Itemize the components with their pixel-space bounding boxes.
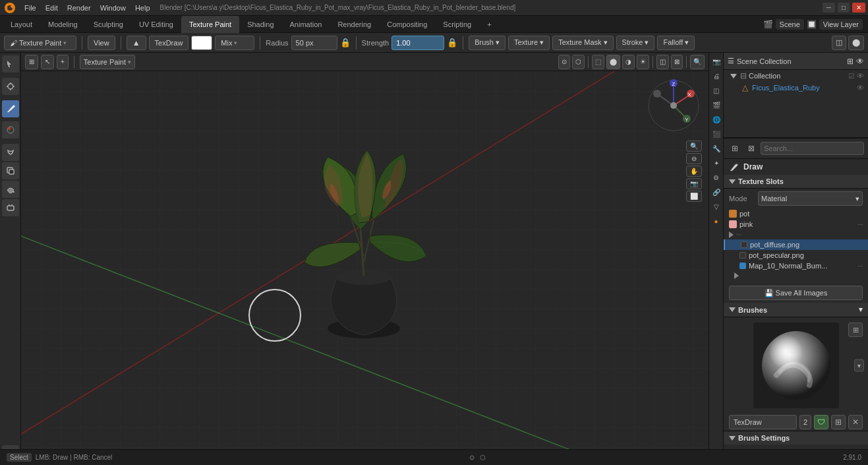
cursor-tool[interactable] xyxy=(2,78,19,95)
brush-settings-header[interactable]: Brush Settings xyxy=(724,431,868,445)
props-constraints-btn[interactable]: 🔗 xyxy=(710,186,722,198)
texture-paint-mode-btn[interactable]: Texture Paint ▾ xyxy=(80,55,135,69)
zoom-out-btn[interactable]: ⊖ xyxy=(686,153,702,164)
rendered-btn[interactable]: ☀ xyxy=(637,55,649,69)
collection-expand[interactable] xyxy=(730,72,737,80)
props-icon-1[interactable]: ⊞ xyxy=(728,141,742,156)
tab-uv-editing[interactable]: UV Editing xyxy=(131,16,181,33)
props-search-input[interactable] xyxy=(761,142,864,155)
material-preview-btn[interactable]: ◑ xyxy=(622,55,635,69)
toggle-camera-btn[interactable]: ⬜ xyxy=(686,191,702,202)
wireframe-btn[interactable]: ⬚ xyxy=(592,55,604,69)
scene-label[interactable]: Scene xyxy=(776,19,804,30)
sub-slot-normal[interactable]: Map_10_Normal_Bum... ··· xyxy=(724,261,868,271)
menu-window[interactable]: Window xyxy=(96,3,130,13)
props-output-btn[interactable]: 🖨 xyxy=(710,70,722,82)
brush-favorite-btn[interactable]: 🛡 xyxy=(814,415,828,429)
strength-input[interactable]: 1.00 xyxy=(391,36,444,50)
props-render-btn[interactable]: 📷 xyxy=(710,55,722,67)
collection-item[interactable]: ⊟ Collection ☑ 👁 xyxy=(724,70,868,82)
collection-eye-icon[interactable]: 👁 xyxy=(857,72,864,80)
props-modifier-btn[interactable]: 🔧 xyxy=(710,142,722,154)
viewport-add-btn[interactable]: + xyxy=(57,55,69,69)
color-tool[interactable] xyxy=(2,121,19,139)
props-object-btn[interactable]: ⬛ xyxy=(710,128,722,140)
view-layer-label[interactable]: View Layer xyxy=(819,19,863,30)
props-particles-btn[interactable]: ✦ xyxy=(710,157,722,169)
props-world-btn[interactable]: 🌐 xyxy=(710,113,722,125)
menu-render[interactable]: Render xyxy=(63,3,96,13)
menu-file[interactable]: File xyxy=(20,3,41,13)
blender-logo[interactable] xyxy=(3,1,17,15)
ficus-visible-icon[interactable]: 👁 xyxy=(857,84,864,92)
tab-modeling[interactable]: Modeling xyxy=(40,16,86,33)
mode-dropdown[interactable]: Material ▾ xyxy=(758,191,863,206)
tab-rendering[interactable]: Rendering xyxy=(330,16,379,33)
texture-mask-dropdown[interactable]: Texture Mask ▾ xyxy=(552,36,613,50)
menu-edit[interactable]: Edit xyxy=(41,3,63,13)
props-material-btn[interactable]: ● xyxy=(710,215,722,227)
brush-dropdown[interactable]: Brush ▾ xyxy=(469,36,506,50)
blend-mode-btn[interactable]: Mix ▾ xyxy=(215,36,254,50)
brush-scroll-btn[interactable]: ▾ xyxy=(854,359,864,372)
collection-hide-icon[interactable]: ☑ xyxy=(848,72,855,80)
sub-slot-diffuse[interactable]: pot_diffuse.png xyxy=(724,239,868,250)
pivot-point-btn[interactable]: ⊙ xyxy=(558,55,570,69)
overlays-toggle-btn[interactable]: ◫ xyxy=(656,55,669,69)
pan-btn[interactable]: ✋ xyxy=(686,166,702,177)
tab-add[interactable]: + xyxy=(479,16,499,33)
fill-tool[interactable] xyxy=(2,181,19,198)
clone-tool[interactable] xyxy=(2,162,19,179)
falloff-dropdown[interactable]: Falloff ▾ xyxy=(657,36,695,50)
save-all-btn[interactable]: 💾 Save All Images xyxy=(729,286,863,300)
brush-delete-btn[interactable]: ✕ xyxy=(848,415,863,429)
mode-selector[interactable]: 🖌 Texture Paint ▾ xyxy=(4,36,76,50)
brush-name-btn[interactable]: TexDraw xyxy=(149,36,189,50)
smear-tool[interactable] xyxy=(2,144,19,161)
sub-slots-expand[interactable]: ··· xyxy=(736,231,741,238)
brush-duplicate-btn[interactable]: ⊞ xyxy=(831,415,846,429)
xray-btn[interactable]: ⊠ xyxy=(671,55,683,69)
transform-orient-btn[interactable]: ⬡ xyxy=(572,55,585,69)
outliner-filter-icon[interactable]: ⊞ xyxy=(847,57,854,66)
tab-scripting[interactable]: Scripting xyxy=(435,16,479,33)
brush-expand-btn[interactable]: ⊞ xyxy=(848,323,863,337)
ficus-object-item[interactable]: △ Ficus_Elastica_Ruby 👁 xyxy=(724,82,868,94)
tab-layout[interactable]: Layout xyxy=(3,16,40,33)
minimize-btn[interactable]: ─ xyxy=(823,3,835,13)
viewport[interactable]: User Perspective (1) Ficus_Elastica_Ruby… xyxy=(21,71,709,465)
zoom-in-btn[interactable]: 🔍 xyxy=(686,140,702,152)
slot-pink[interactable]: pink ··· xyxy=(724,219,868,230)
viewport-overlays-btn[interactable]: ◫ xyxy=(832,36,846,50)
props-physics-btn[interactable]: ⚙ xyxy=(710,171,722,183)
stroke-dropdown[interactable]: Stroke ▾ xyxy=(616,36,655,50)
viewport-select-btn[interactable]: ↖ xyxy=(41,55,54,69)
viewport-shading-btn[interactable]: ⬤ xyxy=(848,36,864,50)
tab-animation[interactable]: Animation xyxy=(282,16,330,33)
mask-tool[interactable] xyxy=(2,199,19,216)
camera-to-view-btn[interactable]: 📷 xyxy=(686,178,702,189)
search-vp-btn[interactable]: 🔍 xyxy=(690,55,705,69)
props-view-layer-btn[interactable]: ◫ xyxy=(710,84,722,96)
draw-tool[interactable] xyxy=(2,100,19,117)
radius-lock-icon[interactable]: 🔒 xyxy=(340,38,351,47)
color-swatch[interactable] xyxy=(191,36,212,50)
brush-type-btn[interactable]: ▲ xyxy=(127,36,146,50)
texture-slots-header[interactable]: Texture Slots xyxy=(724,175,868,189)
select-tool[interactable] xyxy=(2,55,19,73)
brushes-header[interactable]: Brushes ▾ xyxy=(724,303,868,317)
tab-shading[interactable]: Shading xyxy=(239,16,281,33)
select-status[interactable]: Select xyxy=(7,453,32,462)
maximize-btn[interactable]: □ xyxy=(838,3,850,13)
strength-lock-icon[interactable]: 🔒 xyxy=(447,38,457,47)
close-btn[interactable]: ✕ xyxy=(852,3,865,13)
props-icon-2[interactable]: ⊠ xyxy=(744,141,759,156)
props-scene-btn[interactable]: 🎬 xyxy=(710,99,722,111)
tab-compositing[interactable]: Compositing xyxy=(379,16,435,33)
tab-texture-paint[interactable]: Texture Paint xyxy=(181,16,239,33)
outliner-visibility-icon[interactable]: 👁 xyxy=(856,57,864,66)
view-menu[interactable]: View xyxy=(88,36,115,50)
texture-dropdown[interactable]: Texture ▾ xyxy=(508,36,550,50)
solid-btn[interactable]: ⬤ xyxy=(606,55,620,69)
viewport-view-btn[interactable]: ⊞ xyxy=(25,55,38,69)
